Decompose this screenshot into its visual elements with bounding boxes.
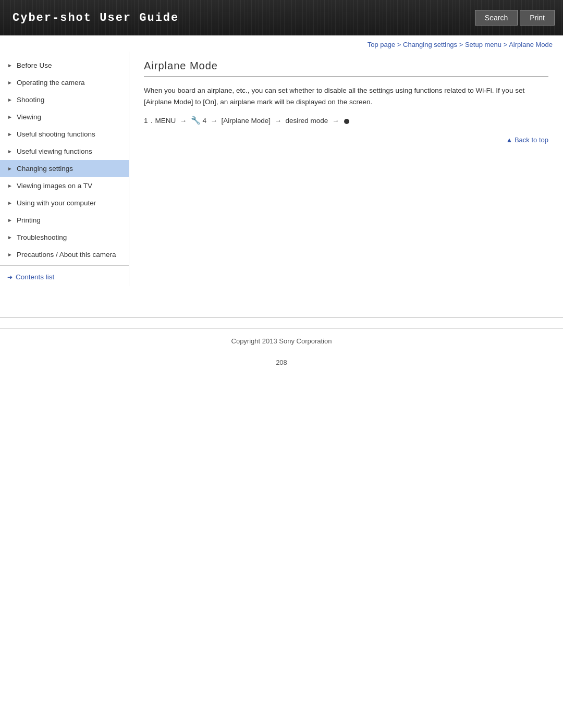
arrow-right-icon: ➔ [7,274,13,281]
back-to-top[interactable]: ▲ Back to top [144,136,548,144]
contents-list-label: Contents list [16,273,54,281]
main-layout: ► Before Use ► Operating the camera ► Sh… [0,52,563,286]
breadcrumb: Top page > Changing settings > Setup men… [0,35,563,52]
wrench-icon: 🔧 [191,116,201,125]
sidebar-label-useful-viewing: Useful viewing functions [17,147,92,155]
sidebar-label-useful-shooting: Useful shooting functions [17,130,95,138]
instruction-text: 1．MENU → 🔧 4 → [Airplane Mode] → desired… [144,116,548,126]
arrow-icon: ► [7,97,13,103]
arrow-icon: ► [7,200,13,206]
contents-list-link[interactable]: ➔ Contents list [0,268,129,286]
header: Cyber-shot User Guide Search Print [0,0,563,35]
header-buttons: Search Print [475,10,563,26]
back-to-top-link[interactable]: ▲ Back to top [506,136,548,144]
sidebar-item-viewing-tv[interactable]: ► Viewing images on a TV [0,177,129,194]
sidebar-item-operating[interactable]: ► Operating the camera [0,74,129,91]
sidebar-item-precautions[interactable]: ► Precautions / About this camera [0,246,129,263]
page-title: Airplane Mode [144,60,548,77]
footer-divider [0,317,563,318]
print-button[interactable]: Print [520,10,555,26]
footer: Copyright 2013 Sony Corporation [0,328,563,353]
breadcrumb-changing-settings[interactable]: Changing settings [403,41,457,48]
sidebar-label-printing: Printing [17,216,41,224]
sidebar-item-before-use[interactable]: ► Before Use [0,57,129,74]
sidebar-label-operating: Operating the camera [17,79,85,87]
sidebar-item-printing[interactable]: ► Printing [0,212,129,229]
sidebar-item-changing-settings[interactable]: ► Changing settings [0,160,129,177]
arrow-icon: ► [7,183,13,189]
breadcrumb-top[interactable]: Top page [368,41,396,48]
content-description: When you board an airplane, etc., you ca… [144,85,548,107]
sidebar-item-useful-shooting[interactable]: ► Useful shooting functions [0,126,129,143]
sidebar-label-troubleshooting: Troubleshooting [17,233,67,241]
sidebar: ► Before Use ► Operating the camera ► Sh… [0,52,129,286]
app-title: Cyber-shot User Guide [0,11,179,24]
arrow-icon: ► [7,63,13,68]
arrow-icon: ► [7,166,13,171]
copyright-text: Copyright 2013 Sony Corporation [231,337,332,345]
sidebar-item-troubleshooting[interactable]: ► Troubleshooting [0,229,129,246]
arrow-icon: ► [7,235,13,240]
breadcrumb-setup-menu[interactable]: Setup menu [465,41,501,48]
sidebar-label-before-use: Before Use [17,61,52,69]
content-area: Airplane Mode When you board an airplane… [129,52,563,286]
breadcrumb-airplane-mode[interactable]: Airplane Mode [509,41,553,48]
sidebar-item-viewing[interactable]: ► Viewing [0,108,129,126]
sidebar-label-precautions: Precautions / About this camera [17,251,116,258]
arrow-icon: ► [7,252,13,257]
arrow-icon: ► [7,149,13,154]
sidebar-label-shooting: Shooting [17,96,44,104]
sidebar-item-shooting[interactable]: ► Shooting [0,91,129,108]
arrow-icon: ► [7,131,13,137]
arrow-icon: ► [7,80,13,85]
bullet-icon [344,119,349,124]
arrow-icon: ► [7,114,13,120]
sidebar-item-using-computer[interactable]: ► Using with your computer [0,194,129,212]
sidebar-label-changing-settings: Changing settings [17,165,73,172]
search-button[interactable]: Search [475,10,518,26]
sidebar-label-using-computer: Using with your computer [17,199,96,207]
sidebar-divider [0,265,129,266]
arrow-icon: ► [7,217,13,223]
sidebar-label-viewing: Viewing [17,113,41,121]
page-number: 208 [0,353,563,372]
sidebar-label-viewing-tv: Viewing images on a TV [17,182,92,190]
sidebar-item-useful-viewing[interactable]: ► Useful viewing functions [0,143,129,160]
